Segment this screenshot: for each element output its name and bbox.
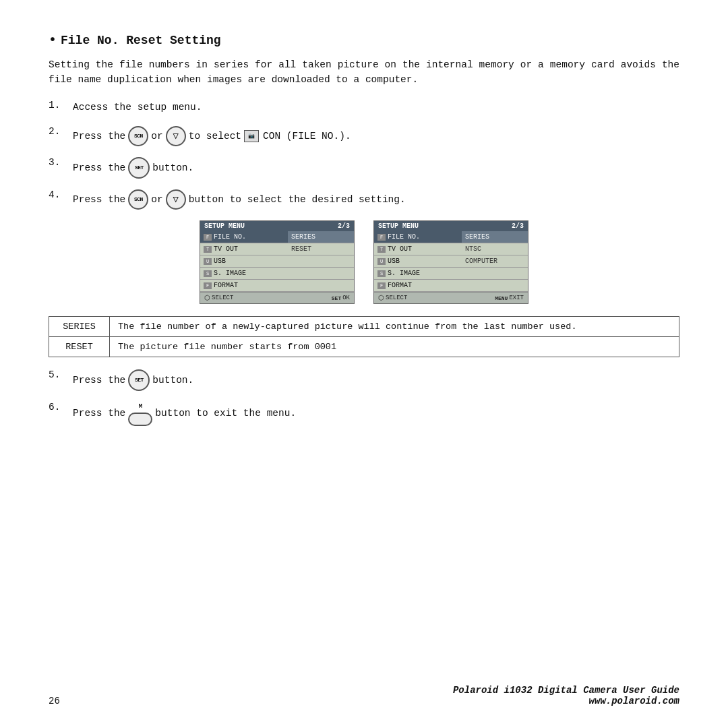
- down-button-icon-2: ▽: [166, 189, 186, 210]
- table-row-reset: RESET The picture file number starts fro…: [49, 337, 679, 357]
- step-6: 6. Press the M button to exit the menu.: [49, 402, 679, 425]
- screen-left-label-3: S S. IMAGE: [200, 268, 288, 279]
- set-button-icon-1: SET: [128, 157, 150, 179]
- file-no-icon: 📷: [244, 130, 259, 142]
- set-label-left: SET: [332, 295, 341, 301]
- screen-right-row-3: S S. IMAGE: [374, 268, 528, 280]
- step-5: 5. Press the SET button.: [49, 369, 679, 391]
- screen-left-value-2: [288, 255, 354, 267]
- step-2: 2. Press the SCN or ▽ to select 📷 CON (F…: [49, 126, 679, 146]
- table-label-reset: RESET: [49, 337, 110, 357]
- section-title: • File No. Reset Setting: [49, 32, 679, 48]
- step-2-text-end: CON (FILE NO.).: [263, 129, 351, 144]
- screen-right-row-4: F FORMAT: [374, 280, 528, 292]
- screen-left-footer-select: ⬡ SELECT: [204, 294, 233, 302]
- screen-right: SETUP MENU 2/3 F FILE NO. SERIES T TV OU…: [373, 220, 528, 304]
- usb-row-text: USB: [214, 257, 226, 265]
- file-row-text: FILE NO.: [214, 233, 246, 241]
- screen-right-label-2: U USB: [374, 255, 462, 267]
- screen-right-value-3: [462, 268, 528, 279]
- footer-page-number: 26: [49, 696, 60, 706]
- step-4-text-before: Press the: [73, 192, 125, 208]
- step-3: 3. Press the SET button.: [49, 157, 679, 179]
- step-3-num: 3.: [49, 157, 73, 168]
- intro-text: Setting the file numbers in series for a…: [49, 57, 679, 88]
- step-5-text-before: Press the: [73, 373, 125, 388]
- screen-left-label-2: U USB: [200, 255, 288, 267]
- page: • File No. Reset Setting Setting the fil…: [0, 0, 728, 728]
- step-2-text-before: Press the: [73, 129, 125, 144]
- step-2-or: or: [151, 129, 162, 144]
- screen-left-row-4: F FORMAT: [200, 280, 354, 292]
- format-row-icon-r: F: [377, 282, 386, 289]
- step-5-content: Press the SET button.: [73, 369, 193, 391]
- screen-right-value-1: NTSC: [462, 243, 528, 255]
- step-2-text-middle: to select: [189, 129, 241, 144]
- screen-right-header: SETUP MENU 2/3: [374, 221, 528, 231]
- step-3-content: Press the SET button.: [73, 157, 193, 179]
- usb-row-icon: U: [204, 258, 212, 265]
- scn-button-icon-1: SCN: [128, 126, 148, 146]
- set-button-icon-2: SET: [128, 369, 150, 391]
- table-desc-reset: The picture file number starts from 0001: [110, 337, 679, 357]
- info-table: SERIES The file number of a newly-captur…: [49, 316, 679, 357]
- format-row-text: FORMAT: [214, 282, 238, 289]
- page-footer: 26 Polaroid i1032 Digital Camera User Gu…: [49, 685, 679, 706]
- screen-left-label-4: F FORMAT: [200, 280, 288, 291]
- step-1-text: Access the setup menu.: [73, 100, 202, 115]
- select-arrow-icon-right: ⬡: [378, 294, 384, 302]
- step-2-num: 2.: [49, 126, 73, 137]
- screen-right-value-0: SERIES: [462, 231, 528, 243]
- tv-row-icon: T: [204, 246, 212, 253]
- step-3-text-after: button.: [152, 160, 193, 176]
- screen-left-row-3: S S. IMAGE: [200, 268, 354, 280]
- step-6-text-after: button to exit the menu.: [155, 406, 296, 421]
- screen-left-footer: ⬡ SELECT SETOK: [200, 292, 354, 303]
- footer-brand-name: Polaroid i1032 Digital Camera User Guide: [453, 685, 679, 696]
- simage-row-icon-r: S: [377, 270, 386, 277]
- step-6-num: 6.: [49, 402, 73, 413]
- table-row-series: SERIES The file number of a newly-captur…: [49, 317, 679, 337]
- screen-left-rows: F FILE NO. SERIES T TV OUT RESET U USB: [200, 231, 354, 292]
- simage-row-text: S. IMAGE: [214, 270, 246, 277]
- scn-button-icon-2: SCN: [128, 189, 148, 210]
- step-5-num: 5.: [49, 369, 73, 380]
- menu-button-wrapper: M: [128, 402, 152, 425]
- screen-left-value-1: RESET: [288, 243, 354, 255]
- screen-right-header-title: SETUP MENU: [378, 222, 419, 230]
- screen-right-row-1: T TV OUT NTSC: [374, 243, 528, 255]
- screen-left-header: SETUP MENU 2/3: [200, 221, 354, 231]
- title-text: File No. Reset Setting: [61, 34, 221, 47]
- screen-right-label-1: T TV OUT: [374, 243, 462, 255]
- usb-row-icon-r: U: [377, 258, 386, 265]
- step-1: 1. Access the setup menu.: [49, 100, 679, 115]
- screen-right-value-4: [462, 280, 528, 291]
- tv-row-text: TV OUT: [214, 245, 238, 253]
- file-row-icon: F: [204, 234, 212, 241]
- footer-brand: Polaroid i1032 Digital Camera User Guide…: [453, 685, 679, 706]
- screen-right-value-2: COMPUTER: [462, 255, 528, 267]
- screenshots-container: SETUP MENU 2/3 F FILE NO. SERIES T TV OU…: [49, 220, 679, 304]
- screen-right-label-0: F FILE NO.: [374, 231, 462, 243]
- menu-button-m-label: M: [139, 402, 142, 411]
- screen-left-value-0: SERIES: [288, 231, 354, 243]
- tv-row-icon-r: T: [377, 246, 386, 253]
- select-arrow-icon-left: ⬡: [204, 294, 210, 302]
- screen-left-row-1: T TV OUT RESET: [200, 243, 354, 255]
- screen-right-row-0: F FILE NO. SERIES: [374, 231, 528, 243]
- bullet-point: •: [49, 32, 57, 48]
- step-5-text-after: button.: [152, 373, 193, 388]
- table-label-series: SERIES: [49, 317, 110, 337]
- screen-right-footer-exit: MENUEXIT: [495, 294, 524, 302]
- screen-right-header-page: 2/3: [512, 222, 524, 230]
- step-6-content: Press the M button to exit the menu.: [73, 402, 296, 425]
- format-row-text-r: FORMAT: [388, 282, 412, 289]
- step-4: 4. Press the SCN or ▽ button to select t…: [49, 189, 679, 210]
- step-4-or: or: [151, 192, 162, 208]
- usb-row-text-r: USB: [388, 257, 400, 265]
- screen-right-footer-select: ⬡ SELECT: [378, 294, 407, 302]
- file-row-text-r: FILE NO.: [388, 233, 420, 241]
- footer-url: www.polaroid.com: [453, 696, 679, 706]
- tv-row-text-r: TV OUT: [388, 245, 412, 253]
- menu-label-right: MENU: [495, 295, 508, 301]
